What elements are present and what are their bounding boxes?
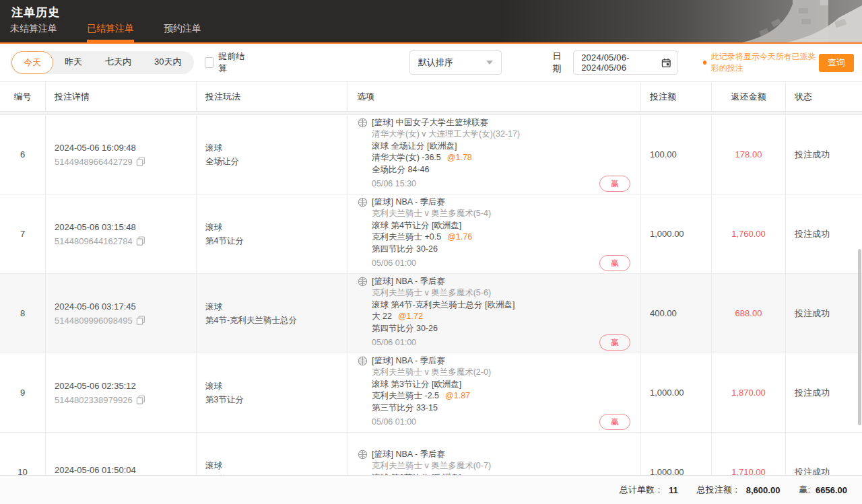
tab-reserved[interactable]: 预约注单: [164, 23, 201, 42]
league-line: [篮球] NBA - 季后赛: [358, 449, 630, 461]
date-range-input[interactable]: 2024/05/06-2024/05/06: [573, 50, 677, 75]
vertical-scrollbar-thumb[interactable]: [858, 249, 861, 425]
selection-text: 大 22: [372, 311, 392, 323]
match-time-line: 05/06 15:30 赢: [372, 176, 630, 192]
total-win-label: 赢:: [799, 484, 810, 496]
table-row[interactable]: 7 2024-05-06 03:15:48 5144809644162784 滚…: [0, 194, 862, 274]
early-settle-label: 提前结算: [218, 50, 245, 75]
bet-detail-cell: 2024-05-06 01:50:04: [46, 433, 197, 475]
bet-time: 2024-05-06 03:15:48: [55, 222, 196, 232]
order-id-line: 5144948966442729: [55, 157, 196, 167]
market-line: 滚球 全场让分 [欧洲盘]: [372, 141, 630, 153]
bet-status: 投注成功: [786, 115, 862, 194]
league-line: [篮球] NBA - 季后赛: [358, 355, 630, 367]
stake-amount: 1,000.00: [641, 433, 712, 475]
column-header-play: 投注玩法: [197, 82, 348, 111]
range-today-pill[interactable]: 今天: [11, 51, 53, 74]
notice-dot-icon: [703, 61, 706, 65]
play-type-line1: 滚球: [205, 221, 347, 234]
match-time: 05/06 01:00: [372, 417, 416, 429]
copy-icon[interactable]: [136, 316, 145, 325]
option-cell: [篮球] NBA - 季后赛 克利夫兰骑士 v 奥兰多魔术(2-0) 滚球 第3…: [348, 353, 641, 432]
result-badge: 赢: [599, 414, 630, 430]
option-cell: [篮球] NBA - 季后赛 克利夫兰骑士 v 奥兰多魔术(5-6) 滚球 第4…: [348, 274, 641, 353]
sort-dropdown[interactable]: 默认排序: [409, 50, 502, 75]
play-type-line2: 全场让分: [205, 155, 347, 168]
page-header: 注单历史 未结算注单 已结算注单 预约注单: [0, 0, 862, 44]
order-id: 5144809996098495: [55, 316, 133, 326]
selection-line: 克利夫兰骑士 +0.5 @1.76: [372, 231, 630, 244]
basketball-icon: [358, 356, 368, 366]
return-amount: 1,870.00: [712, 353, 786, 432]
row-number: 8: [0, 274, 46, 353]
league-line: [篮球] NBA - 季后赛: [358, 276, 630, 288]
basketball-icon: [358, 197, 368, 207]
odds-value: @1.87: [445, 390, 470, 402]
league-name: [篮球] 中国女子大学生篮球联赛: [372, 117, 488, 129]
early-settle-checkbox[interactable]: [205, 57, 213, 68]
table-body[interactable]: 6 2024-05-06 16:09:48 5144948966442729 滚…: [0, 112, 862, 475]
order-history-page: 注单历史 未结算注单 已结算注单 预约注单 今天 昨天 七天内 30天内 提前结…: [0, 0, 862, 504]
bet-status: 投注成功: [786, 353, 862, 432]
sort-dropdown-value: 默认排序: [418, 57, 453, 69]
range-7days-pill[interactable]: 七天内: [94, 51, 143, 74]
table-row[interactable]: 6 2024-05-06 16:09:48 5144948966442729 滚…: [0, 115, 862, 194]
copy-icon[interactable]: [136, 395, 145, 404]
chevron-down-icon: [486, 61, 493, 65]
match-time: 05/06 01:00: [372, 258, 416, 270]
bet-detail-cell: 2024-05-06 03:17:45 5144809996098495: [46, 274, 197, 353]
tab-bar: 未结算注单 已结算注单 预约注单: [10, 23, 231, 42]
selection-line: 大 22 @1.72: [372, 311, 630, 323]
table-header: 编号 投注详情 投注玩法 选项 投注额 返还金额 状态: [0, 81, 862, 112]
total-count-value: 11: [669, 485, 678, 495]
market-line: 滚球 第4节-克利夫兰骑士总分 [欧洲盘]: [372, 299, 630, 312]
play-type-line2: 第3节让分: [205, 393, 347, 406]
play-type-line2: 第4节让分: [205, 234, 347, 248]
row-number: 6: [0, 115, 46, 194]
column-header-option: 选项: [348, 82, 641, 111]
bet-status: 投注成功: [786, 433, 862, 475]
row-number: 9: [0, 353, 46, 432]
notice-text: 此记录将显示今天所有已派奖彩的投注: [711, 51, 819, 74]
score-line: 全场比分 84-46: [372, 164, 630, 176]
summary-footer: 总计单数： 11 总投注额： 8,600.00 赢: 6656.00: [0, 475, 862, 504]
calendar-icon[interactable]: [661, 57, 671, 69]
play-type-cell: 滚球 第4节-克利夫兰骑士总分: [197, 274, 348, 353]
tab-unsettled[interactable]: 未结算注单: [10, 23, 57, 42]
bet-time: 2024-05-06 02:35:12: [55, 381, 196, 391]
total-stake-group: 总投注额： 8,600.00: [697, 484, 781, 496]
filter-bar: 今天 昨天 七天内 30天内 提前结算 默认排序 日期 2024/05/06-2…: [0, 44, 862, 81]
stake-amount: 400.00: [641, 274, 712, 353]
copy-icon[interactable]: [136, 157, 145, 166]
order-id-line: 5144809996098495: [55, 316, 196, 326]
early-settle-option[interactable]: 提前结算: [205, 50, 244, 75]
odds-value: @1.78: [447, 152, 472, 164]
selection-line: 清华大学(女) -36.5 @1.78: [372, 152, 630, 164]
total-win-value: 6656.00: [816, 485, 847, 495]
return-amount: 1,710.00: [712, 433, 786, 475]
range-yesterday-pill[interactable]: 昨天: [53, 51, 94, 74]
basketball-icon: [358, 118, 368, 128]
total-stake-value: 8,600.00: [746, 485, 781, 495]
basketball-icon: [358, 277, 368, 287]
range-30days-pill[interactable]: 30天内: [143, 51, 193, 74]
play-type-line1: 滚球: [205, 141, 347, 155]
query-button[interactable]: 查询: [819, 54, 854, 72]
copy-icon[interactable]: [136, 236, 145, 246]
column-header-return: 返还金额: [712, 82, 786, 111]
play-type-cell: 滚球 第4节让分: [197, 194, 348, 273]
order-id-line: 5144809644162784: [55, 236, 196, 246]
column-header-stake: 投注额: [641, 82, 712, 111]
order-id: 5144802338979926: [55, 395, 133, 405]
order-id: 5144948966442729: [55, 157, 133, 167]
tab-settled[interactable]: 已结算注单: [87, 23, 134, 42]
table-row[interactable]: 8 2024-05-06 03:17:45 5144809996098495 滚…: [0, 274, 862, 353]
table-row[interactable]: 9 2024-05-06 02:35:12 5144802338979926 滚…: [0, 353, 862, 433]
bet-status: 投注成功: [786, 274, 862, 353]
row-number: 7: [0, 194, 46, 273]
league-name: [篮球] NBA - 季后赛: [372, 449, 445, 461]
table-row[interactable]: 10 2024-05-06 01:50:04 滚球 第2节让分: [0, 433, 862, 475]
play-type-cell: 滚球 第3节让分: [197, 353, 348, 432]
order-id-line: 5144802338979926: [55, 395, 196, 405]
teams-line: 克利夫兰骑士 v 奥兰多魔术(5-6): [372, 287, 630, 299]
